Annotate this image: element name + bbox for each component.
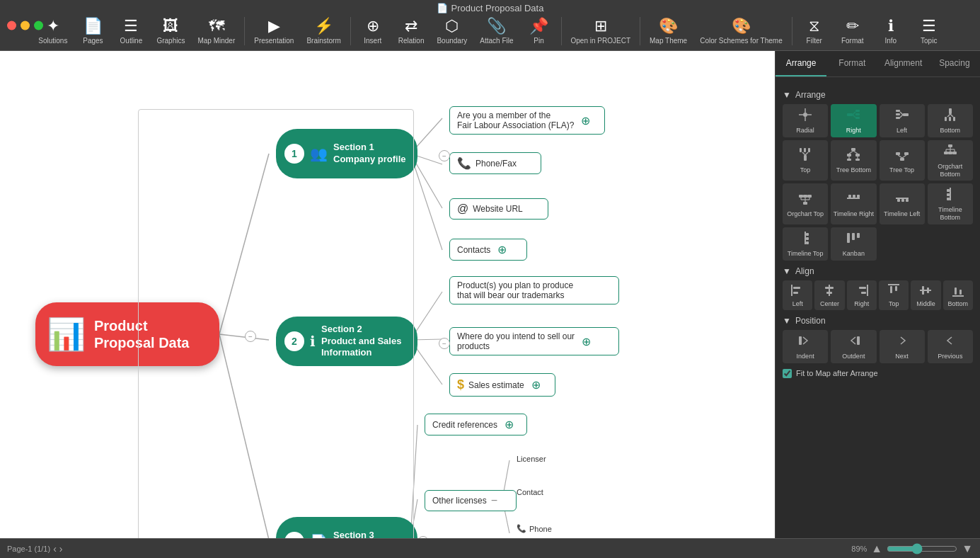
window-controls bbox=[7, 21, 43, 30]
collapse-root[interactable]: − bbox=[245, 331, 256, 342]
svg-rect-27 bbox=[903, 113, 909, 116]
tab-alignment[interactable]: Alignment bbox=[878, 51, 929, 76]
leaf-contacts[interactable]: Contacts ⊕ bbox=[449, 239, 527, 261]
zoom-slider[interactable] bbox=[887, 543, 957, 554]
svg-rect-44 bbox=[808, 148, 810, 152]
arrange-orgchart-bottom[interactable]: Orgchart Bottom bbox=[928, 140, 973, 181]
arrange-bottom[interactable]: Bottom bbox=[928, 104, 973, 137]
fit-to-map-checkbox[interactable] bbox=[783, 369, 792, 378]
leaf-products[interactable]: Product(s) you plan to producethat will … bbox=[449, 276, 619, 304]
toolbar-item-relation[interactable]: ⇄ Relation bbox=[393, 14, 430, 47]
leaf-phonefax[interactable]: 📞 Phone/Fax bbox=[449, 152, 541, 174]
arrange-left[interactable]: Left bbox=[880, 104, 925, 137]
arrange-timeline-left[interactable]: Timeline Left bbox=[880, 183, 925, 224]
arrange-top[interactable]: Top bbox=[783, 140, 828, 181]
root-node[interactable]: 📊 Product Proposal Data bbox=[35, 302, 219, 366]
align-left[interactable]: Left bbox=[783, 280, 812, 310]
align-bottom[interactable]: Bottom bbox=[943, 280, 973, 310]
arrange-orgchart-top[interactable]: Orgchart Top bbox=[783, 183, 828, 224]
arrange-timeline-right[interactable]: Timeline Right bbox=[831, 183, 876, 224]
minimize-button[interactable] bbox=[21, 21, 30, 30]
position-indent[interactable]: Indent bbox=[783, 330, 828, 363]
leaf-fla[interactable]: Are you a member of theFair Labour Assoc… bbox=[449, 106, 605, 135]
arrange-tree-bottom[interactable]: Tree Bottom bbox=[831, 140, 876, 181]
collapse-section1[interactable]: − bbox=[439, 150, 450, 161]
svg-rect-110 bbox=[927, 287, 929, 293]
toolbar-item-topic[interactable]: ☰ Topic bbox=[911, 14, 947, 47]
align-section-header[interactable]: ▼ Align bbox=[783, 266, 973, 276]
arrange-kanban[interactable]: Kanban bbox=[831, 227, 876, 261]
align-center[interactable]: Center bbox=[814, 280, 844, 310]
section3-node[interactable]: 3 📄 Section 3References bbox=[276, 517, 417, 538]
toolbar-item-openproject[interactable]: ⊞ Open in PROJECT bbox=[565, 14, 636, 47]
previous-icon bbox=[942, 333, 958, 352]
toolbar-item-presentation[interactable]: ▶ Presentation bbox=[248, 14, 299, 47]
timeline-top-icon bbox=[797, 230, 813, 249]
leaf-credit[interactable]: Credit references ⊕ bbox=[425, 414, 527, 435]
position-outdent[interactable]: Outdent bbox=[831, 330, 876, 363]
page-prev[interactable]: ‹ bbox=[53, 543, 57, 554]
toolbar-item-insert[interactable]: ⊕ Insert bbox=[354, 14, 391, 47]
toolbar-item-pin[interactable]: 📌 Pin bbox=[521, 14, 558, 47]
toolbar-item-pages[interactable]: 📄 Pages bbox=[74, 14, 111, 47]
toolbar-item-graphics[interactable]: 🖼 Graphics bbox=[151, 14, 190, 47]
position-next[interactable]: Next bbox=[880, 330, 925, 363]
leaf-contacts-plus[interactable]: ⊕ bbox=[497, 243, 507, 256]
svg-line-23 bbox=[853, 115, 855, 118]
arrange-right[interactable]: Right bbox=[831, 104, 876, 137]
toolbar-item-brainstorm[interactable]: ⚡ Brainstorm bbox=[301, 14, 346, 47]
arrange-timeline-bottom[interactable]: Timeline Bottom bbox=[928, 183, 973, 224]
toolbar-item-boundary[interactable]: ⬡ Boundary bbox=[431, 14, 473, 47]
page-next[interactable]: › bbox=[59, 543, 63, 554]
toolbar-item-info[interactable]: ℹ Info bbox=[872, 14, 909, 47]
leaf-sell[interactable]: Where do you intend to sell ourproducts … bbox=[449, 327, 619, 355]
toolbar-item-outline[interactable]: ☰ Outline bbox=[113, 14, 149, 47]
arrange-timeline-top[interactable]: Timeline Top bbox=[783, 227, 828, 261]
tab-format[interactable]: Format bbox=[826, 51, 877, 76]
align-right[interactable]: Right bbox=[847, 280, 877, 310]
align-center-label: Center bbox=[820, 300, 839, 307]
toolbar-item-format[interactable]: ✏ Format bbox=[834, 14, 871, 47]
solutions-label: Solutions bbox=[38, 37, 67, 45]
zoom-area: 89% ▲ ▼ bbox=[851, 542, 973, 555]
tree-top-icon bbox=[894, 147, 910, 166]
maximize-button[interactable] bbox=[34, 21, 43, 30]
section2-node[interactable]: 2 ℹ Section 2Product and SalesInformatio… bbox=[276, 317, 417, 366]
tab-arrange[interactable]: Arrange bbox=[776, 51, 826, 76]
close-button[interactable] bbox=[7, 21, 16, 30]
leaf-credit-plus[interactable]: ⊕ bbox=[505, 418, 514, 431]
position-section-header[interactable]: ▼ Position bbox=[783, 316, 973, 326]
toolbar-item-attachfile[interactable]: 📎 Attach File bbox=[474, 14, 519, 47]
align-label: Align bbox=[795, 266, 814, 276]
leaf-sell-plus[interactable]: ⊕ bbox=[582, 335, 591, 348]
arrange-tree-top[interactable]: Tree Top bbox=[880, 140, 925, 181]
arrange-section-header[interactable]: ▼ Arrange bbox=[783, 90, 973, 100]
svg-rect-91 bbox=[806, 237, 809, 240]
collapse-section3[interactable]: − bbox=[417, 536, 429, 538]
toolbar-item-filter[interactable]: ⧖ Filter bbox=[796, 14, 833, 47]
leaf-fla-plus[interactable]: ⊕ bbox=[581, 114, 590, 127]
toolbar-item-mapminder[interactable]: 🗺 Map Minder bbox=[192, 14, 241, 47]
leaf-licenses-text: Other licenses bbox=[432, 496, 487, 506]
leaf-licenses[interactable]: Other licenses − bbox=[425, 490, 517, 511]
arrange-radial[interactable]: Radial bbox=[783, 104, 828, 137]
timeline-left-label: Timeline Left bbox=[884, 210, 920, 218]
align-middle[interactable]: Middle bbox=[911, 280, 940, 310]
canvas[interactable]: 📊 Product Proposal Data − 1 👥 Section 1C… bbox=[0, 51, 775, 538]
zoom-down[interactable]: ▼ bbox=[962, 542, 973, 555]
position-previous[interactable]: Previous bbox=[928, 330, 973, 363]
leaf-sales-plus[interactable]: ⊕ bbox=[531, 378, 541, 392]
tab-spacing[interactable]: Spacing bbox=[929, 51, 980, 76]
collapse-section2[interactable]: − bbox=[439, 338, 450, 349]
align-top[interactable]: Top bbox=[879, 280, 909, 310]
section1-node[interactable]: 1 👥 Section 1Company profile bbox=[276, 129, 417, 178]
toolbar-item-maptheme[interactable]: 🎨 Map Theme bbox=[644, 14, 693, 47]
filter-icon: ⧖ bbox=[809, 17, 819, 35]
toolbar-item-solutions[interactable]: ✦ Solutions bbox=[33, 14, 73, 47]
leaf-sales[interactable]: $ Sales estimate ⊕ bbox=[449, 373, 555, 397]
zoom-up[interactable]: ▲ bbox=[871, 542, 882, 555]
svg-rect-95 bbox=[857, 233, 860, 238]
leaf-websiteurl[interactable]: @ Website URL bbox=[449, 198, 548, 220]
leaf-licenses-minus[interactable]: − bbox=[491, 494, 497, 507]
toolbar-item-colorschemes[interactable]: 🎨 Color Schemes for Theme bbox=[694, 14, 788, 47]
